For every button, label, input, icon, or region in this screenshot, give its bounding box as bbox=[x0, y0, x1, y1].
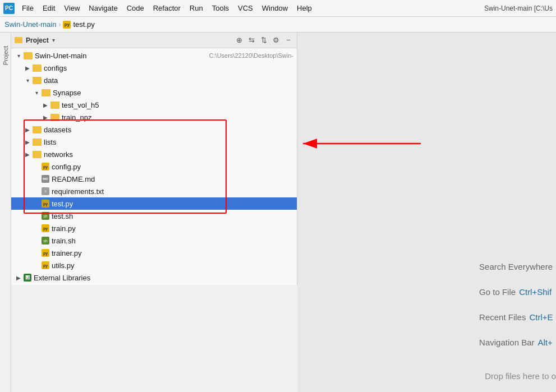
sidebar-container: Project ▾ ⊕ ⇆ ⇅ ⚙ − ▾ Swin-Unet-main C:\… bbox=[11, 33, 297, 392]
shortcut-list: Search Everywhere Go to File Ctrl+Shif R… bbox=[479, 262, 556, 347]
networks-folder-icon bbox=[33, 151, 42, 158]
tree-requirements[interactable]: ▶ ≡ requirements.txt bbox=[11, 185, 297, 197]
trainer-py-label: trainer.py bbox=[52, 249, 293, 257]
requirements-label: requirements.txt bbox=[52, 187, 293, 196]
configs-label: configs bbox=[44, 64, 293, 72]
tree-root[interactable]: ▾ Swin-Unet-main C:\Users\22120\Desktop\… bbox=[11, 49, 297, 62]
root-label: Swin-Unet-main bbox=[35, 52, 206, 60]
readme-label: README.md bbox=[52, 175, 293, 183]
shortcut-search: Search Everywhere bbox=[479, 262, 556, 271]
train-sh-icon: sh bbox=[42, 237, 49, 245]
tree-train-py[interactable]: ▶ py train.py bbox=[11, 222, 297, 234]
menu-window[interactable]: Window bbox=[258, 3, 292, 13]
menu-help[interactable]: Help bbox=[293, 3, 316, 13]
menu-edit[interactable]: Edit bbox=[39, 3, 59, 13]
menu-vcs[interactable]: VCS bbox=[234, 3, 257, 13]
shortcut-recent-key: Ctrl+E bbox=[529, 312, 553, 322]
shortcut-goto-file: Go to File Ctrl+Shif bbox=[479, 287, 556, 297]
tree-external-libraries[interactable]: ▶ 📊 External Libraries bbox=[11, 271, 297, 284]
filter-icon[interactable]: ⇅ bbox=[259, 35, 269, 45]
tree-lists[interactable]: ▶ lists bbox=[11, 136, 297, 148]
chevron-test-vol: ▶ bbox=[42, 102, 49, 108]
project-label: Project bbox=[26, 36, 49, 44]
configs-folder-icon bbox=[33, 64, 42, 72]
utils-py-label: utils.py bbox=[52, 261, 293, 270]
menu-run[interactable]: Run bbox=[186, 3, 207, 13]
external-libraries-label: External Libraries bbox=[34, 274, 90, 282]
file-tree: ▾ Swin-Unet-main C:\Users\22120\Desktop\… bbox=[11, 48, 297, 285]
shortcut-nav-key: Alt+ bbox=[537, 338, 552, 347]
toolbar-chevron[interactable]: ▾ bbox=[52, 37, 55, 43]
chevron-datasets: ▶ bbox=[24, 127, 31, 133]
train-npz-folder-icon bbox=[50, 114, 59, 121]
datasets-folder-icon bbox=[33, 126, 42, 133]
shortcut-goto-label: Go to File bbox=[479, 287, 516, 297]
globe-icon[interactable]: ⊕ bbox=[234, 35, 244, 45]
shortcut-recent-files: Recent Files Ctrl+E bbox=[479, 312, 556, 322]
tree-utils-py[interactable]: ▶ py utils.py bbox=[11, 259, 297, 271]
menu-file[interactable]: File bbox=[18, 3, 38, 13]
root-folder-icon bbox=[24, 52, 33, 59]
trainer-py-icon: py bbox=[42, 249, 49, 257]
utils-py-icon: py bbox=[42, 261, 49, 269]
data-folder-icon bbox=[33, 77, 42, 84]
test-sh-label: test.sh bbox=[52, 212, 293, 220]
chevron-train-npz: ▶ bbox=[42, 114, 49, 121]
shortcut-recent-label: Recent Files bbox=[479, 312, 526, 322]
main-layout: Project Project ▾ ⊕ ⇆ ⇅ ⚙ − bbox=[0, 33, 556, 392]
test-py-label: test.py bbox=[52, 200, 293, 208]
root-path: C:\Users\22120\Desktop\Swin- bbox=[209, 52, 293, 59]
toolbar-icons: ⊕ ⇆ ⇅ ⚙ − bbox=[234, 35, 293, 45]
drop-hint: Drop files here to o bbox=[485, 371, 556, 381]
tree-train-npz[interactable]: ▶ train_npz bbox=[11, 111, 297, 123]
tree-test-vol-h5[interactable]: ▶ test_vol_h5 bbox=[11, 99, 297, 111]
tree-readme[interactable]: ▶ MD README.md bbox=[11, 173, 297, 185]
tree-configs[interactable]: ▶ configs bbox=[11, 62, 297, 74]
menu-navigate[interactable]: Navigate bbox=[85, 3, 121, 13]
data-label: data bbox=[44, 76, 293, 85]
breadcrumb-bar: Swin-Unet-main › py test.py bbox=[0, 17, 556, 33]
test-sh-icon: sh bbox=[42, 212, 49, 220]
tree-trainer-py[interactable]: ▶ py trainer.py bbox=[11, 247, 297, 259]
config-py-icon: py bbox=[42, 163, 49, 170]
config-py-label: config.py bbox=[52, 163, 293, 171]
train-py-icon: py bbox=[42, 224, 49, 232]
requirements-icon: ≡ bbox=[42, 187, 49, 195]
readme-icon: MD bbox=[42, 175, 49, 183]
chevron-root: ▾ bbox=[15, 53, 22, 59]
right-panel: Search Everywhere Go to File Ctrl+Shif R… bbox=[297, 33, 556, 392]
toolbar-folder-icon bbox=[15, 37, 22, 43]
tree-train-sh[interactable]: ▶ sh train.sh bbox=[11, 234, 297, 247]
test-py-icon: py bbox=[42, 200, 49, 207]
lists-folder-icon bbox=[33, 139, 42, 146]
tree-data[interactable]: ▾ data bbox=[11, 74, 297, 86]
vertical-tab: Project bbox=[0, 33, 11, 392]
synapse-folder-icon bbox=[42, 89, 50, 96]
menu-view[interactable]: View bbox=[60, 3, 84, 13]
menu-tools[interactable]: Tools bbox=[208, 3, 233, 13]
vtab-project[interactable]: Project bbox=[1, 44, 10, 67]
tree-networks[interactable]: ▶ networks bbox=[11, 148, 297, 160]
app-icon: PC bbox=[3, 3, 15, 14]
tree-test-py[interactable]: ▶ py test.py bbox=[11, 197, 297, 210]
collapse-icon[interactable]: ⇆ bbox=[246, 35, 256, 45]
menu-code[interactable]: Code bbox=[123, 3, 148, 13]
shortcut-nav-label: Navigation Bar bbox=[479, 338, 534, 347]
datasets-label: datasets bbox=[44, 126, 293, 134]
tree-config-py[interactable]: ▶ py config.py bbox=[11, 160, 297, 173]
breadcrumb-file[interactable]: py test.py bbox=[63, 20, 94, 29]
menu-refactor[interactable]: Refactor bbox=[149, 3, 185, 13]
synapse-label: Synapse bbox=[53, 89, 293, 97]
settings-icon[interactable]: ⚙ bbox=[271, 35, 281, 45]
breadcrumb-separator: › bbox=[58, 21, 61, 29]
tree-datasets[interactable]: ▶ datasets bbox=[11, 123, 297, 136]
tree-test-sh[interactable]: ▶ sh test.sh bbox=[11, 210, 297, 222]
tree-synapse[interactable]: ▾ Synapse bbox=[11, 86, 297, 99]
train-sh-label: train.sh bbox=[52, 237, 293, 245]
test-vol-folder-icon bbox=[50, 102, 59, 109]
shortcut-goto-key: Ctrl+Shif bbox=[519, 287, 552, 297]
breadcrumb-project[interactable]: Swin-Unet-main bbox=[4, 20, 56, 29]
close-icon[interactable]: − bbox=[283, 35, 293, 45]
chevron-external: ▶ bbox=[15, 275, 22, 281]
train-py-label: train.py bbox=[52, 224, 293, 233]
